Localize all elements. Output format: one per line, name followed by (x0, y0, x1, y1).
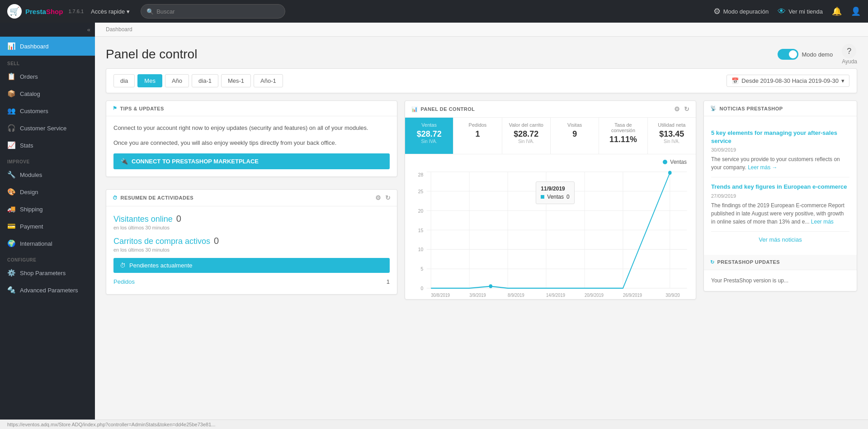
svg-text:14/9/2019: 14/9/2019 (546, 293, 565, 298)
sidebar-item-international[interactable]: 🌍 International (0, 235, 95, 252)
carts-item: Carritos de compra activos 0 en los últi… (113, 236, 390, 253)
svg-text:10: 10 (418, 247, 424, 253)
tab-dia[interactable]: dia (113, 74, 135, 87)
main-content: Dashboard Panel de control Modo demo ? A… (95, 23, 868, 419)
activities-gear-icon[interactable]: ⚙ (375, 194, 382, 201)
activities-header: ⏱ RESUMEN DE ACTIVIDADES ⚙ ↻ (106, 190, 397, 206)
search-bar[interactable]: 🔍 (141, 4, 285, 19)
sidebar-item-dashboard[interactable]: 📊 Dashboard (0, 37, 95, 56)
brand-name: PrestaShop (25, 8, 63, 15)
news-text-1: The service you provide to your customer… (711, 155, 849, 172)
news-title-1[interactable]: 5 key elements for managing your after-s… (711, 129, 849, 145)
catalog-icon: 📦 (7, 90, 15, 98)
page-header: Panel de control Modo demo ? Ayuda (95, 37, 868, 68)
chevron-down-icon: ▾ (841, 77, 844, 84)
metric-utilidad-neta[interactable]: Utilidad neta $13.45 Sin IVA. (648, 118, 696, 154)
sidebar-item-customers[interactable]: 👥 Customers (0, 102, 95, 119)
modo-demo-toggle[interactable]: Modo demo (778, 49, 833, 60)
metric-valor-carrito[interactable]: Valor del carrito $28.72 Sin IVA. (502, 118, 551, 154)
plug-icon: 🔌 (121, 158, 128, 165)
date-range-picker[interactable]: 📅 Desde 2019-08-30 Hacia 2019-09-30 ▾ (726, 75, 849, 87)
orders-icon: 📋 (7, 72, 15, 81)
search-input[interactable] (156, 8, 279, 15)
status-url: https://eventos.adq.mx/Store ADQ/index.p… (7, 422, 215, 427)
sales-chart: Ventas 11/9/2019 Ventas 0 (405, 154, 696, 299)
sidebar-item-modules[interactable]: 🔧 Modules (0, 166, 95, 183)
sidebar-item-payment[interactable]: 💳 Payment (0, 218, 95, 235)
news-readmore-1[interactable]: Leer más → (748, 164, 777, 171)
svg-text:5: 5 (420, 266, 423, 272)
logo[interactable]: 🛒 PrestaShop 1.7.6.1 (7, 4, 84, 19)
sidebar-section-improve: IMPROVE (0, 154, 95, 166)
tab-dia-1[interactable]: dia-1 (192, 74, 218, 87)
debug-mode-button[interactable]: ⚙ Modo depuración (713, 6, 769, 16)
tab-mes[interactable]: Mes (137, 74, 162, 87)
news-text-2: The findings of the 2019 European E-comm… (711, 201, 849, 226)
sidebar-item-stats[interactable]: 📈 Stats (0, 137, 95, 154)
help-section: ? Ayuda (842, 44, 857, 65)
legend-dot (663, 160, 667, 164)
activities-actions: ⚙ ↻ (375, 194, 391, 201)
marketplace-button[interactable]: 🔌 CONNECT TO PRESTASHOP MARKETPLACE (113, 153, 390, 169)
metric-pedidos[interactable]: Pedidos 1 (453, 118, 502, 154)
sidebar-section-sell: SELL (0, 56, 95, 68)
online-visitors-label: Visitantes online (113, 214, 173, 224)
quick-access-menu[interactable]: Accès rapide ▾ (91, 8, 130, 15)
tips-text-1: Connect to your account right now to enj… (113, 124, 390, 133)
tab-mes-1[interactable]: Mes-1 (221, 74, 251, 87)
svg-text:8/9/2019: 8/9/2019 (508, 293, 524, 298)
news-date-2: 27/09/2019 (711, 193, 849, 199)
sidebar-item-shipping[interactable]: 🚚 Shipping (0, 200, 95, 218)
carts-label: Carritos de compra activos (113, 237, 210, 246)
bell-icon: 🔔 (832, 6, 842, 16)
news-readmore-2[interactable]: Leer más (811, 219, 834, 225)
sidebar-item-catalog[interactable]: 📦 Catalog (0, 85, 95, 102)
activities-refresh-icon[interactable]: ↻ (385, 194, 391, 201)
tab-ano-1[interactable]: Año-1 (254, 74, 283, 87)
view-more-news[interactable]: Ver más noticias (711, 232, 849, 248)
toggle-switch[interactable] (778, 49, 798, 60)
online-visitors-count: 0 (176, 214, 181, 224)
carts-sub: en los últimos 30 minutos (113, 247, 390, 253)
help-button[interactable]: ? (842, 44, 856, 58)
tips-card: ⚑ TIPS & UPDATES Connect to your account… (106, 100, 397, 177)
clock-icon: ⏱ (113, 195, 118, 200)
svg-text:15: 15 (418, 227, 424, 233)
carts-count: 0 (214, 236, 219, 246)
chart-legend: Ventas (410, 159, 691, 165)
version-label: 1.7.6.1 (68, 9, 84, 14)
view-store-button[interactable]: 👁 Ver mi tienda (778, 7, 823, 16)
user-menu-button[interactable]: 👤 (851, 6, 861, 16)
tips-card-body: Connect to your account right now to enj… (106, 116, 397, 176)
sidebar-collapse-button[interactable]: « (0, 23, 95, 37)
metric-ventas[interactable]: Ventas $28.72 Sin IVA. (405, 118, 453, 154)
prestashop-updates-header: ↻ PRESTASHOP UPDATES (704, 255, 857, 270)
tooltip-value: 0 (566, 194, 570, 200)
design-icon: 🎨 (7, 188, 15, 196)
panel-metrics-row: Ventas $28.72 Sin IVA. Pedidos 1 Valor d… (405, 118, 696, 154)
topnav-right-actions: ⚙ Modo depuración 👁 Ver mi tienda 🔔 👤 (713, 6, 861, 16)
online-visitors-item: Visitantes online 0 en los últimos 30 mi… (113, 214, 390, 230)
panel-gear-icon[interactable]: ⚙ (674, 105, 680, 113)
logo-icon: 🛒 (7, 4, 22, 19)
notifications-button[interactable]: 🔔 (832, 6, 842, 16)
sidebar-item-orders[interactable]: 📋 Orders (0, 68, 95, 85)
orders-row-label: Pedidos (113, 278, 135, 285)
tab-ano[interactable]: Año (165, 74, 189, 87)
activities-card: ⏱ RESUMEN DE ACTIVIDADES ⚙ ↻ Visitantes … (106, 189, 397, 295)
sidebar-item-design[interactable]: 🎨 Design (0, 183, 95, 200)
pending-button[interactable]: ⏱ Pendientes actualmente (113, 258, 390, 273)
sidebar-item-advanced-parameters[interactable]: 🔩 Advanced Parameters (0, 281, 95, 299)
metric-visitas[interactable]: Visitas 9 (551, 118, 599, 154)
news-title-2[interactable]: Trends and key figures in European e-com… (711, 183, 849, 191)
dashboard-icon: 📊 (7, 42, 15, 50)
status-bar: https://eventos.adq.mx/Store ADQ/index.p… (0, 419, 868, 429)
international-icon: 🌍 (7, 239, 15, 248)
news-item-2: Trends and key figures in European e-com… (711, 177, 849, 231)
sidebar-item-customer-service[interactable]: 🎧 Customer Service (0, 119, 95, 137)
sidebar-item-shop-parameters[interactable]: ⚙️ Shop Parameters (0, 264, 95, 281)
news-date-1: 30/09/2019 (711, 147, 849, 153)
metric-tasa-conversion[interactable]: Tasa de conversión 11.11% (599, 118, 647, 154)
tooltip-date: 11/9/2019 (541, 186, 569, 192)
panel-refresh-icon[interactable]: ↻ (684, 105, 690, 113)
